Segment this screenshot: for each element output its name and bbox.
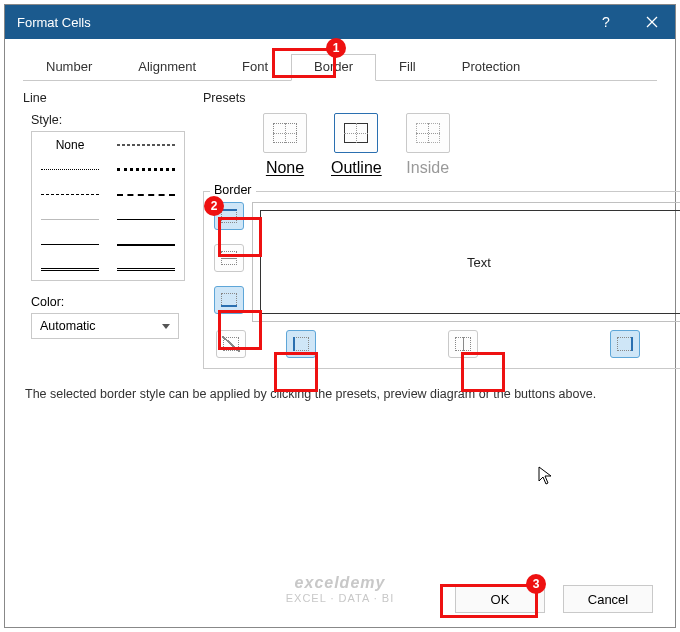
preset-none-label: None (266, 159, 304, 177)
footer: OK Cancel (455, 585, 653, 613)
style-opt[interactable] (32, 157, 108, 182)
style-opt[interactable] (108, 232, 184, 257)
help-button[interactable]: ? (583, 5, 629, 39)
color-dropdown[interactable]: Automatic (31, 313, 179, 339)
preset-outline-label: Outline (331, 159, 382, 177)
tab-alignment[interactable]: Alignment (115, 54, 219, 81)
style-opt[interactable] (32, 257, 108, 282)
style-opt[interactable] (32, 232, 108, 257)
border-mid-v-button[interactable] (448, 330, 478, 358)
color-label: Color: (31, 295, 185, 309)
window-title: Format Cells (17, 15, 91, 30)
close-button[interactable] (629, 5, 675, 39)
titlebar: Format Cells ? (5, 5, 675, 39)
ok-button[interactable]: OK (455, 585, 545, 613)
border-right-button[interactable] (610, 330, 640, 358)
line-group-label: Line (23, 91, 185, 105)
style-label: Style: (31, 113, 185, 127)
style-opt[interactable] (108, 157, 184, 182)
preset-none[interactable]: None (263, 113, 307, 177)
style-opt[interactable] (108, 257, 184, 282)
preset-outline[interactable]: Outline (331, 113, 382, 177)
style-opt[interactable] (108, 132, 184, 157)
color-value: Automatic (40, 319, 96, 333)
line-style-picker[interactable]: None (31, 131, 185, 281)
border-diag-up-button[interactable] (216, 330, 246, 358)
tab-border[interactable]: Border (291, 54, 376, 81)
border-preview[interactable]: Text (252, 202, 680, 322)
tab-fill[interactable]: Fill (376, 54, 439, 81)
tab-font[interactable]: Font (219, 54, 291, 81)
tab-protection[interactable]: Protection (439, 54, 544, 81)
border-group-label: Border (210, 183, 256, 197)
style-opt[interactable] (32, 182, 108, 207)
tab-number[interactable]: Number (23, 54, 115, 81)
style-opt[interactable] (108, 207, 184, 232)
border-left-button[interactable] (286, 330, 316, 358)
presets-group-label: Presets (203, 91, 680, 105)
border-group: Border Text (203, 191, 680, 369)
border-bottom-button[interactable] (214, 286, 244, 314)
watermark: exceldemy EXCEL · DATA · BI (286, 573, 395, 605)
hint-text: The selected border style can be applied… (25, 387, 655, 401)
border-mid-h-button[interactable] (214, 244, 244, 272)
border-top-button[interactable] (214, 202, 244, 230)
close-icon (646, 16, 658, 28)
preset-inside[interactable]: Inside (406, 113, 450, 177)
chevron-down-icon (162, 324, 170, 329)
cancel-button[interactable]: Cancel (563, 585, 653, 613)
dialog-window: Format Cells ? Number Alignment Font Bor… (4, 4, 676, 628)
style-opt[interactable] (32, 207, 108, 232)
tabstrip: Number Alignment Font Border Fill Protec… (23, 53, 657, 81)
style-opt[interactable] (108, 182, 184, 207)
style-none[interactable]: None (32, 132, 108, 157)
preview-text: Text (467, 255, 491, 270)
dialog-body: Number Alignment Font Border Fill Protec… (5, 39, 675, 401)
preset-inside-label: Inside (406, 159, 449, 177)
